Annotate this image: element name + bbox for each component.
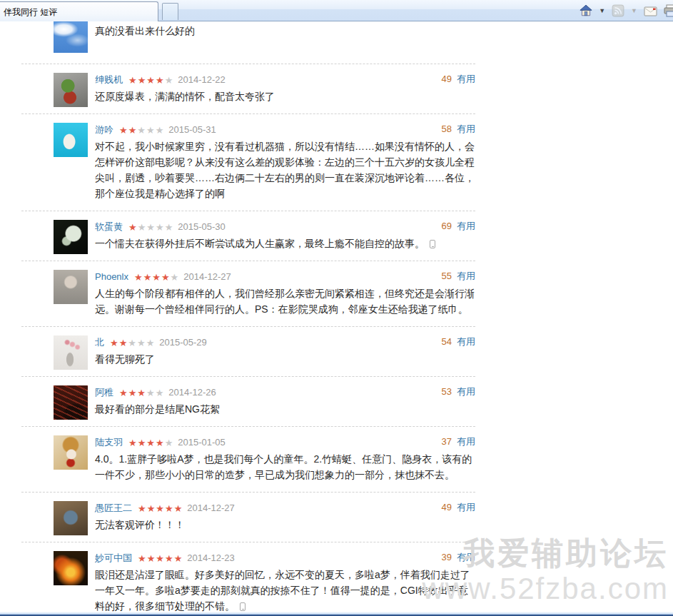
review-list: 真的没看出来什么好的 绅贱机★★★★★2014-12-22 还原度爆表，满满的情… xyxy=(21,21,475,612)
useful-link[interactable]: 有用 xyxy=(457,123,475,134)
star-rating: ★★★★★ xyxy=(110,338,155,348)
review-item: Phoenlx★★★★★2014-12-27 人生的每个阶段都有相伴的人，我们曾… xyxy=(21,261,475,327)
feeds-dropdown-icon: ▼ xyxy=(631,8,637,14)
review-text: 人生的每个阶段都有相伴的人，我们曾经那么亲密无间紧紧相连，但终究还是会渐行渐远。… xyxy=(95,286,475,317)
username-link[interactable]: Phoenlx xyxy=(95,271,128,282)
review-item: 妙可中国★★★★★2014-12-23 眼泪还是沾湿了眼眶。好多美好的回忆，永远… xyxy=(21,542,475,612)
review-text: 眼泪还是沾湿了眼眶。好多美好的回忆，永远不变的夏天，多啦a梦，伴着我们走过了一年… xyxy=(95,567,475,612)
review-item: 游吟★★★★★2015-05-31 对不起，我小时候家里穷，没有看过机器猫，所以… xyxy=(21,114,475,211)
avatar[interactable] xyxy=(54,123,88,157)
avatar[interactable] xyxy=(54,551,88,585)
username-link[interactable]: 阿稚 xyxy=(95,387,113,398)
review-text: 一个懦夫在获得外挂后不断尝试成为人生赢家，最终上瘾不能自控的故事。 xyxy=(95,236,475,251)
star-rating: ★★★★★ xyxy=(119,388,164,398)
avatar[interactable] xyxy=(54,21,88,53)
avatar[interactable] xyxy=(54,335,88,370)
review-text: 无法客观评价！！！ xyxy=(95,517,475,532)
username-link[interactable]: 绅贱机 xyxy=(95,74,123,85)
new-tab-button[interactable] xyxy=(162,3,178,20)
bottom-window-edge xyxy=(0,612,673,616)
avatar[interactable] xyxy=(54,270,88,304)
avatar[interactable] xyxy=(54,501,88,535)
browser-tab-bar: 伴我同行 短评 ▼ ▼ xyxy=(0,0,673,21)
print-icon[interactable] xyxy=(664,4,673,17)
star-rating: ★★★★★ xyxy=(134,272,179,283)
useful-link[interactable]: 有用 xyxy=(457,221,475,231)
avatar[interactable] xyxy=(54,385,88,420)
useful-count: 37 xyxy=(442,436,452,447)
review-item: 愚匠王二★★★★★2014-12-27 无法客观评价！！！ 49有用 xyxy=(21,493,475,542)
tab-title: 伴我同行 短评 xyxy=(4,7,57,17)
useful-count: 55 xyxy=(442,271,452,281)
username-link[interactable]: 北 xyxy=(95,337,104,348)
mobile-icon xyxy=(240,602,246,611)
review-text: 对不起，我小时候家里穷，没有看过机器猫，所以没有情结……如果没有情怀的人，会怎样… xyxy=(95,138,475,201)
page-content: 真的没看出来什么好的 绅贱机★★★★★2014-12-22 还原度爆表，满满的情… xyxy=(0,21,673,612)
review-text: 真的没看出来什么好的 xyxy=(95,23,475,39)
avatar[interactable] xyxy=(54,435,88,470)
avatar[interactable] xyxy=(54,220,88,254)
username-link[interactable]: 妙可中国 xyxy=(95,552,132,563)
star-rating: ★★★★★ xyxy=(138,553,183,564)
useful-count: 54 xyxy=(442,336,452,347)
useful-link[interactable]: 有用 xyxy=(457,436,475,447)
star-rating: ★★★★★ xyxy=(119,125,164,136)
useful-link[interactable]: 有用 xyxy=(457,336,475,347)
useful-link[interactable]: 有用 xyxy=(457,502,475,513)
review-date: 2014-12-26 xyxy=(168,387,216,398)
review-date: 2014-12-23 xyxy=(187,552,235,563)
review-date: 2014-12-22 xyxy=(178,74,226,85)
useful-count: 49 xyxy=(442,74,452,84)
review-item: 绅贱机★★★★★2014-12-22 还原度爆表，满满的情怀，配音太夸张了 49… xyxy=(21,64,475,114)
review-item: 阿稚★★★★★2014-12-26 最好看的部分是结尾NG花絮 53有用 xyxy=(21,377,475,427)
home-icon[interactable] xyxy=(580,4,592,17)
star-rating: ★★★★★ xyxy=(128,75,173,86)
star-rating: ★★★★★ xyxy=(138,503,183,514)
browser-command-icons: ▼ ▼ xyxy=(580,2,673,19)
review-item: 陆支羽★★★★★2015-01-05 4.0。1.蓝胖子哆啦A梦，也是我们每个人… xyxy=(21,427,475,493)
useful-link[interactable]: 有用 xyxy=(457,271,475,281)
star-rating: ★★★★★ xyxy=(128,438,173,448)
review-date: 2015-05-31 xyxy=(168,124,216,135)
review-date: 2015-05-30 xyxy=(178,221,226,232)
username-link[interactable]: 陆支羽 xyxy=(95,437,123,448)
useful-count: 49 xyxy=(442,502,452,513)
feeds-icon xyxy=(612,4,624,17)
review-date: 2014-12-27 xyxy=(183,271,231,282)
review-text: 看得无聊死了 xyxy=(95,351,475,367)
useful-count: 58 xyxy=(442,123,452,134)
review-item: 北★★★★★2015-05-29 看得无聊死了 54有用 xyxy=(21,327,475,377)
useful-count: 69 xyxy=(442,221,452,231)
review-date: 2015-05-29 xyxy=(159,337,207,348)
home-dropdown-icon[interactable]: ▼ xyxy=(599,8,605,14)
useful-link[interactable]: 有用 xyxy=(457,74,475,84)
username-link[interactable]: 游吟 xyxy=(95,124,113,135)
username-link[interactable]: 愚匠王二 xyxy=(95,503,132,513)
useful-link[interactable]: 有用 xyxy=(457,552,475,562)
review-item: 真的没看出来什么好的 xyxy=(21,21,475,64)
review-text: 最好看的部分是结尾NG花絮 xyxy=(95,401,475,417)
review-date: 2015-01-05 xyxy=(178,437,226,448)
username-link[interactable]: 软蛋黄 xyxy=(95,221,123,232)
star-rating: ★★★★★ xyxy=(128,222,173,233)
useful-link[interactable]: 有用 xyxy=(457,386,475,397)
useful-count: 39 xyxy=(442,552,452,562)
avatar[interactable] xyxy=(54,73,88,107)
useful-count: 53 xyxy=(442,386,452,397)
review-text: 还原度爆表，满满的情怀，配音太夸张了 xyxy=(95,89,475,104)
mail-icon[interactable] xyxy=(644,6,657,16)
review-item: 软蛋黄★★★★★2015-05-30 一个懦夫在获得外挂后不断尝试成为人生赢家，… xyxy=(21,211,475,261)
review-date: 2014-12-27 xyxy=(187,503,235,513)
review-text: 4.0。1.蓝胖子哆啦A梦，也是我们每个人的童年。2.竹蜻蜓、任意门、隐身衣，该… xyxy=(95,451,475,483)
mobile-icon xyxy=(430,240,435,248)
browser-tab[interactable]: 伴我同行 短评 xyxy=(0,1,158,21)
